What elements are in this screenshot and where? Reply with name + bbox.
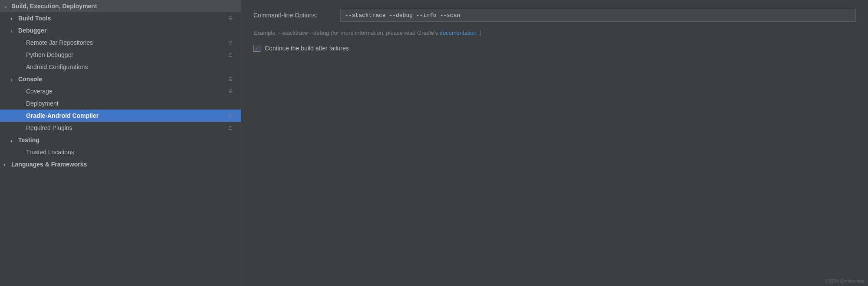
sidebar-item-languages-frameworks[interactable]: Languages & Frameworks bbox=[0, 158, 241, 170]
sidebar-item-deployment[interactable]: Deployment bbox=[0, 97, 241, 110]
sidebar-item-required-plugins[interactable]: Required Plugins bbox=[0, 122, 241, 134]
watermark: CSDN @marchiqq bbox=[825, 278, 865, 283]
settings-icon-python-debugger[interactable] bbox=[227, 51, 234, 58]
sidebar-label-coverage: Coverage bbox=[26, 88, 227, 95]
sidebar-items-container: Build, Execution, DeploymentBuild ToolsD… bbox=[0, 0, 241, 170]
sidebar-label-languages-frameworks: Languages & Frameworks bbox=[11, 161, 237, 168]
settings-icon-build-tools[interactable] bbox=[227, 15, 234, 22]
sidebar-label-remote-jar-repositories: Remote Jar Repositories bbox=[26, 39, 227, 46]
continue-build-checkbox-container[interactable]: Continue the build after failures bbox=[253, 45, 349, 52]
sidebar-item-python-debugger[interactable]: Python Debugger bbox=[0, 49, 241, 61]
sidebar-item-debugger[interactable]: Debugger bbox=[0, 24, 241, 37]
sidebar-item-gradle-android-compiler[interactable]: Gradle-Android Compiler bbox=[0, 110, 241, 122]
example-suffix: .) bbox=[478, 30, 482, 36]
settings-icon-coverage[interactable] bbox=[227, 88, 234, 95]
sidebar-item-coverage[interactable]: Coverage bbox=[0, 85, 241, 97]
continue-build-checkbox[interactable] bbox=[253, 45, 260, 52]
sidebar-label-trusted-locations: Trusted Locations bbox=[26, 149, 237, 156]
command-line-label: Command-line Options: bbox=[253, 12, 340, 19]
sidebar-label-build-execution-deployment: Build, Execution, Deployment bbox=[11, 3, 237, 10]
checkbox-label: Continue the build after failures bbox=[265, 45, 349, 52]
main-content: Command-line Options: Example: --stacktr… bbox=[241, 0, 868, 286]
sidebar-label-android-configurations: Android Configurations bbox=[26, 63, 237, 70]
settings-icon-console[interactable] bbox=[227, 76, 234, 83]
chevron-build-execution-deployment bbox=[3, 3, 10, 9]
command-line-field-row: Command-line Options: bbox=[253, 9, 856, 22]
chevron-console bbox=[10, 76, 16, 82]
sidebar: Build, Execution, DeploymentBuild ToolsD… bbox=[0, 0, 241, 286]
sidebar-item-build-execution-deployment[interactable]: Build, Execution, Deployment bbox=[0, 0, 241, 12]
settings-icon-remote-jar-repositories[interactable] bbox=[227, 39, 234, 46]
chevron-debugger bbox=[10, 27, 16, 33]
example-text-content: Example: --stacktrace --debug (for more … bbox=[253, 30, 438, 36]
sidebar-label-required-plugins: Required Plugins bbox=[26, 124, 227, 131]
command-line-input[interactable] bbox=[340, 9, 856, 22]
sidebar-item-remote-jar-repositories[interactable]: Remote Jar Repositories bbox=[0, 37, 241, 49]
example-text: Example: --stacktrace --debug (for more … bbox=[253, 30, 856, 36]
sidebar-label-deployment: Deployment bbox=[26, 100, 237, 107]
sidebar-item-console[interactable]: Console bbox=[0, 73, 241, 85]
settings-icon-required-plugins[interactable] bbox=[227, 124, 234, 131]
documentation-link[interactable]: documentation bbox=[440, 30, 477, 36]
sidebar-label-gradle-android-compiler: Gradle-Android Compiler bbox=[26, 112, 227, 119]
checkbox-row: Continue the build after failures bbox=[253, 45, 856, 52]
sidebar-label-testing: Testing bbox=[18, 136, 237, 143]
sidebar-item-build-tools[interactable]: Build Tools bbox=[0, 12, 241, 24]
sidebar-item-testing[interactable]: Testing bbox=[0, 134, 241, 146]
chevron-build-tools bbox=[10, 15, 16, 21]
settings-icon-gradle-android-compiler[interactable] bbox=[227, 112, 234, 119]
sidebar-label-debugger: Debugger bbox=[18, 27, 237, 34]
chevron-languages-frameworks bbox=[3, 161, 10, 167]
sidebar-item-trusted-locations[interactable]: Trusted Locations bbox=[0, 146, 241, 158]
sidebar-label-python-debugger: Python Debugger bbox=[26, 51, 227, 58]
chevron-testing bbox=[10, 137, 16, 143]
sidebar-item-android-configurations[interactable]: Android Configurations bbox=[0, 61, 241, 73]
sidebar-label-console: Console bbox=[18, 76, 227, 83]
sidebar-label-build-tools: Build Tools bbox=[18, 15, 227, 22]
